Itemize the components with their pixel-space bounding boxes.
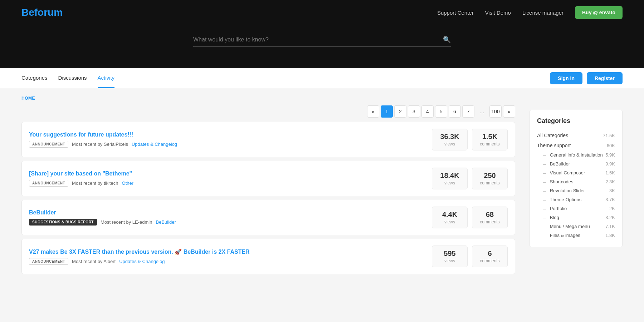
sidebar-category-link[interactable]: Theme support [537,143,571,148]
sub-dot: — [543,171,546,175]
nav-license[interactable]: License manager [522,10,564,16]
sidebar-sub-category: — Portfolio 2K [537,204,615,213]
discussion-item: Your suggestions for future updates!!! A… [21,122,515,157]
logo-rest: forum [34,7,63,18]
page-3[interactable]: 3 [408,105,420,118]
discussion-category[interactable]: BeBuilder [156,219,176,225]
sidebar-sub-label: — Portfolio [543,206,567,211]
discussion-category[interactable]: Updates & Changelog [132,142,177,147]
views-value: 36.3K [436,133,464,141]
discussion-meta: SUGGESTIONS & BUGS REPORT Most recent by… [29,219,425,226]
sidebar-sub-label: — Shortcodes [543,179,573,184]
discussion-recent: Most recent by SerialPixels [72,142,128,147]
views-value: 4.4K [436,210,464,219]
sidebar-sub-label: — Blog [543,215,559,220]
sub-dot: — [543,180,546,184]
sidebar-sub-category: — Theme Options 3.7K [537,195,615,204]
page-dots: … [476,105,488,118]
sidebar-category-link[interactable]: All Categories [537,133,568,138]
sidebar-sub-link[interactable]: Theme Options [550,197,581,202]
comments-stat: 250 comments [472,168,508,189]
sidebar-sub-link[interactable]: Menu / Mega menu [550,224,590,229]
tab-activity[interactable]: Activity [98,68,115,88]
sidebar-sub-label: — Theme Options [543,197,581,202]
page-5[interactable]: 5 [435,105,447,118]
sidebar-sub-count: 3.2K [605,215,615,220]
search-input[interactable] [193,36,443,43]
sidebar-sub-category: — General info & installation 5.9K [537,150,615,159]
sidebar-sub-link[interactable]: Blog [550,215,559,220]
comments-value: 68 [476,210,504,219]
discussion-stats: 18.4K views 250 comments [432,168,508,189]
tab-categories[interactable]: Categories [21,68,48,88]
sidebar-sub-category: — Menu / Mega menu 7.1K [537,222,615,231]
discussion-stats: 595 views 6 comments [432,246,508,267]
page-6[interactable]: 6 [449,105,461,118]
sidebar-sub-link[interactable]: Revolution Slider [550,188,585,193]
views-label: views [436,180,464,185]
discussion-title[interactable]: BeBuilder [29,209,425,216]
tab-discussions[interactable]: Discussions [58,68,87,88]
discussion-title[interactable]: Your suggestions for future updates!!! [29,132,425,138]
sub-dot: — [543,198,546,202]
nav-demo[interactable]: Visit Demo [485,10,511,16]
sidebar: Categories All Categories 71.5K Theme su… [530,88,623,278]
sub-dot: — [543,216,546,220]
page-prev[interactable]: « [367,105,379,118]
discussion-recent: Most recent by LE-admin [101,219,152,225]
discussion-content: Your suggestions for future updates!!! A… [29,132,425,148]
page-2[interactable]: 2 [394,105,406,118]
discussion-tag: ANNOUNCEMENT [29,258,68,265]
signin-button[interactable]: Sign In [550,72,582,84]
comments-label: comments [476,219,504,224]
discussion-tag: ANNOUNCEMENT [29,180,68,187]
sidebar-sub-link[interactable]: Portfolio [550,206,567,211]
breadcrumb-home[interactable]: HOME [21,96,35,101]
sub-dot: — [543,207,546,211]
discussion-recent: Most recent by Albert [72,259,116,264]
page-4[interactable]: 4 [421,105,434,118]
categories-sidebar: Categories All Categories 71.5K Theme su… [530,110,623,247]
auth-buttons: Sign In Register [550,72,623,84]
sidebar-category-count: 71.5K [603,133,615,138]
discussion-recent: Most recent by tikitech [72,180,118,186]
discussion-content: [Share] your site based on "Betheme" ANN… [29,170,425,187]
sidebar-sub-link[interactable]: Visual Composer [550,170,585,175]
sidebar-sub-link[interactable]: BeBuilder [550,161,570,167]
discussions-list: Your suggestions for future updates!!! A… [21,122,515,274]
views-label: views [436,142,464,147]
discussion-title[interactable]: V27 makes Be 3X FASTER than the previous… [29,248,425,255]
discussion-meta: ANNOUNCEMENT Most recent by Albert Updat… [29,258,425,265]
discussion-meta: ANNOUNCEMENT Most recent by SerialPixels… [29,141,425,148]
discussion-category[interactable]: Updates & Changelog [119,259,165,264]
page-1[interactable]: 1 [381,105,393,118]
sidebar-sub-category: — Revolution Slider 3K [537,186,615,195]
page-7[interactable]: 7 [462,105,474,118]
sidebar-sub-count: 3K [609,188,615,193]
page-next[interactable]: » [503,105,515,118]
discussion-title[interactable]: [Share] your site based on "Betheme" [29,170,425,177]
register-button[interactable]: Register [587,72,623,84]
page-100[interactable]: 100 [489,105,502,118]
sidebar-category-count: 60K [607,143,615,148]
sidebar-sub-link[interactable]: Shortcodes [550,179,574,184]
sidebar-sub-label: — General info & installation [543,152,603,158]
search-area: 🔍 [0,25,644,68]
discussion-item: BeBuilder SUGGESTIONS & BUGS REPORT Most… [21,200,515,235]
sidebar-sub-link[interactable]: General info & installation [550,152,603,158]
sidebar-sub-category: — Blog 3.2K [537,213,615,222]
discussion-category[interactable]: Other [122,180,133,186]
sidebar-sub-count: 9.9K [605,161,615,167]
tabs-left: Categories Discussions Activity [21,68,114,88]
views-stat: 595 views [432,246,468,267]
sidebar-sub-link[interactable]: Files & images [550,233,580,238]
content-area: HOME « 1 2 3 4 5 6 7 … 100 » Your sugges… [21,88,515,278]
sub-dot: — [543,225,546,229]
logo[interactable]: Beforum [21,7,63,18]
sub-dot: — [543,234,546,238]
search-bar: 🔍 [193,36,451,47]
nav-support[interactable]: Support Center [437,10,474,16]
search-button[interactable]: 🔍 [443,36,451,44]
buy-envato-button[interactable]: Buy @ envato [575,6,623,19]
main-nav: Support Center Visit Demo License manage… [437,6,623,19]
